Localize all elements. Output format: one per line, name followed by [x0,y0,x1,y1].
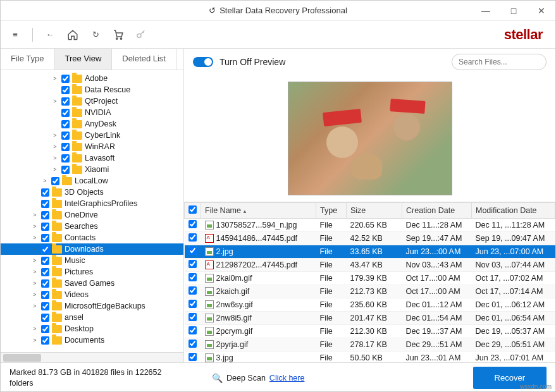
tab-deleted-list[interactable]: Deleted List [112,49,176,70]
col-created[interactable]: Creation Date [402,203,472,219]
expand-icon[interactable]: > [51,155,59,161]
row-checkbox[interactable] [188,353,197,361]
table-row[interactable]: 2kaich.gifFile212.73 KBOct 17...:00 AMOc… [185,285,555,298]
table-row[interactable]: 3.jpgFile50.50 KBJun 23...:01 AMJun 23, … [185,352,555,363]
expand-icon[interactable]: > [51,166,59,173]
expand-icon[interactable]: > [51,75,59,82]
tree-checkbox[interactable] [61,154,70,162]
home-button[interactable] [65,27,81,43]
tree-item[interactable]: >Contacts [1,232,183,243]
select-all-checkbox[interactable] [188,205,197,214]
row-checkbox[interactable] [188,313,197,321]
maximize-button[interactable]: □ [500,1,528,21]
tree-checkbox[interactable] [41,211,49,219]
table-row[interactable]: 145941486...47445.pdfFile42.52 KBSep 19.… [185,232,555,245]
search-input[interactable] [459,58,553,66]
tree-checkbox[interactable] [41,336,49,345]
table-row[interactable]: 2pyrja.gifFile278.17 KBDec 29...:51 AMDe… [185,338,555,352]
tree-checkbox[interactable] [41,291,49,299]
expand-icon[interactable]: > [31,246,39,252]
table-row[interactable]: 2kai0m.gifFile179.39 KBOct 17...:00 AMOc… [185,272,555,285]
col-modified[interactable]: Modification Date [472,203,555,219]
cart-button[interactable] [110,27,127,43]
key-icon[interactable] [133,27,149,43]
expand-icon[interactable]: > [51,144,59,150]
table-row[interactable]: 130758527...594_n.jpgFile220.65 KBDec 11… [185,219,555,232]
tree-item[interactable]: 3D Objects [1,187,183,198]
tab-tree-view[interactable]: Tree View [55,49,113,70]
tree-item[interactable]: ansel [1,312,183,323]
tree-checkbox[interactable] [41,279,49,288]
expand-icon[interactable]: > [51,132,59,138]
tree-checkbox[interactable] [41,325,49,333]
tree-checkbox[interactable] [41,268,49,276]
tree-item[interactable]: NVIDIA [1,107,183,118]
tree-checkbox[interactable] [61,166,70,174]
expand-icon[interactable]: > [41,178,49,184]
expand-icon[interactable]: > [31,326,39,332]
tree-item[interactable]: >Pictures [1,266,183,278]
expand-icon[interactable]: > [31,291,39,298]
tree-checkbox[interactable] [51,177,59,185]
tab-file-type[interactable]: File Type [1,49,55,70]
col-size[interactable]: Size [347,203,402,219]
tree-item[interactable]: >QtProject [1,95,183,107]
table-row[interactable]: 2nw8i5.gifFile201.47 KBDec 01...:54 AMDe… [185,312,555,325]
table-row[interactable]: 212987202...47445.pdfFile43.47 KBNov 03.… [185,259,555,272]
row-checkbox[interactable] [188,286,197,295]
deepscan-link[interactable]: Click here [269,374,305,383]
col-filename[interactable]: File Name▲ [201,203,316,219]
menu-icon[interactable]: ≡ [7,27,23,43]
preview-toggle[interactable] [193,57,213,67]
tree-item[interactable]: >Documents [1,334,183,346]
tree-item[interactable]: IntelGraphicsProfiles [1,198,183,209]
tree-item[interactable]: >MicrosoftEdgeBackups [1,300,183,312]
tree-item[interactable]: >WinRAR [1,141,183,152]
tree-item[interactable]: AnyDesk [1,118,183,130]
close-button[interactable]: ✕ [528,1,555,21]
tree-item[interactable]: >Lavasoft [1,152,183,164]
tree-item[interactable]: >Xiaomi [1,164,183,175]
expand-icon[interactable]: > [31,337,39,343]
tree-item[interactable]: >Saved Games [1,278,183,289]
row-checkbox[interactable] [188,273,197,281]
table-row[interactable]: 2.jpgFile33.65 KBJun 23...:00 AMJun 23, … [185,245,555,259]
tree-checkbox[interactable] [61,97,70,106]
tree-item[interactable]: >Downloads [1,243,183,255]
tree-checkbox[interactable] [61,86,70,94]
expand-icon[interactable]: > [31,223,39,230]
tree-item[interactable]: >Desktop [1,323,183,334]
refresh-button[interactable]: ↻ [87,27,104,43]
tree-checkbox[interactable] [41,223,49,231]
minimize-button[interactable]: — [472,1,500,21]
tree-scrollbar[interactable] [1,352,183,362]
tree-item[interactable]: >Music [1,255,183,266]
tree-checkbox[interactable] [41,234,49,242]
row-checkbox[interactable] [188,340,197,348]
row-checkbox[interactable] [188,300,197,308]
tree-checkbox[interactable] [61,75,70,83]
row-checkbox[interactable] [188,220,197,228]
expand-icon[interactable]: > [31,257,39,264]
col-type[interactable]: Type [316,203,347,219]
tree-item[interactable]: >OneDrive [1,209,183,221]
tree-checkbox[interactable] [41,188,49,197]
tree-checkbox[interactable] [61,132,70,140]
search-box[interactable]: 🔍 [452,54,547,70]
tree-checkbox[interactable] [41,314,49,322]
tree-item[interactable]: >CyberLink [1,130,183,141]
tree-checkbox[interactable] [41,200,49,208]
row-checkbox[interactable] [188,326,197,334]
tree-checkbox[interactable] [61,120,70,128]
tree-item[interactable]: >Searches [1,221,183,232]
tree-checkbox[interactable] [41,245,49,254]
tree-item[interactable]: >Videos [1,289,183,300]
table-row[interactable]: 2nw6sy.gifFile235.60 KBDec 01...:12 AMDe… [185,298,555,312]
tree-item[interactable]: >LocalLow [1,175,183,187]
expand-icon[interactable]: > [31,269,39,275]
tree-item[interactable]: Data Rescue [1,84,183,95]
file-grid[interactable]: File Name▲ Type Size Creation Date Modif… [184,202,555,362]
tree-checkbox[interactable] [61,143,70,151]
tree-checkbox[interactable] [61,109,70,117]
tree-item[interactable]: >Adobe [1,73,183,84]
